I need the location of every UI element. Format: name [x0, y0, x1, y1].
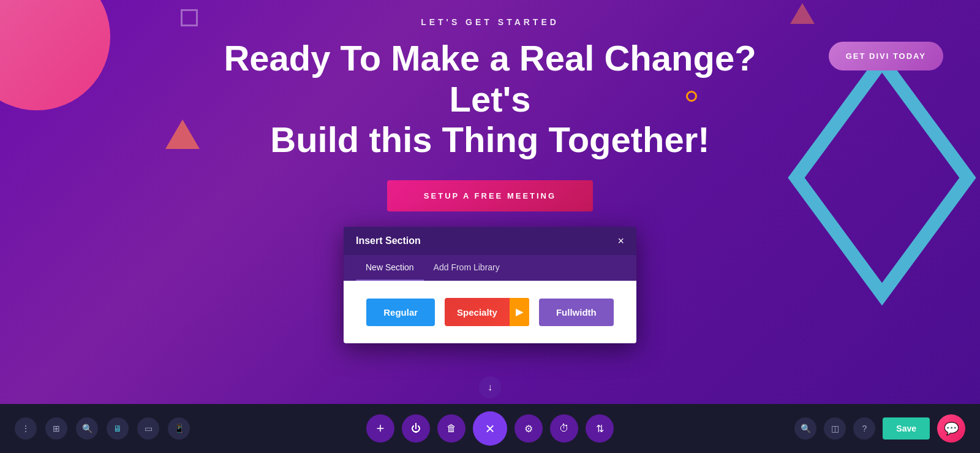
desktop-icon-button[interactable]: 🖥: [107, 417, 129, 440]
toolbar-right: 🔍 ◫ ? Save 💬: [794, 414, 965, 443]
modal-title: Insert Section: [356, 235, 421, 246]
cta-button[interactable]: SETUP A FREE MEETING: [387, 180, 593, 211]
layout-button[interactable]: ⇅: [586, 414, 614, 443]
grid-icon-button[interactable]: ⊞: [45, 417, 67, 440]
specialty-orange-accent: ▶: [510, 298, 529, 326]
tablet-icon-button[interactable]: ▭: [137, 417, 159, 440]
hero-title: Ready To Make a Real Change? Let's Build…: [214, 38, 766, 161]
menu-icon-button[interactable]: ⋮: [15, 417, 37, 440]
close-button[interactable]: ×: [473, 411, 507, 446]
modal-header: Insert Section ×: [344, 227, 636, 255]
insert-section-modal: Insert Section × New Section Add From Li…: [344, 227, 636, 343]
history-button[interactable]: ⏱: [550, 414, 578, 443]
trash-button[interactable]: 🗑: [437, 414, 466, 443]
tab-add-from-library[interactable]: Add From Library: [424, 255, 510, 281]
modal-close-button[interactable]: ×: [617, 235, 624, 246]
toolbar-left: ⋮ ⊞ 🔍 🖥 ▭ 📱: [15, 417, 190, 440]
main-content: LET'S GET STARTED Ready To Make a Real C…: [0, 0, 980, 404]
search-right-button[interactable]: 🔍: [794, 417, 816, 440]
toolbar-center: + ⏻ 🗑 × ⚙ ⏱ ⇅: [366, 411, 614, 446]
add-section-button[interactable]: +: [366, 414, 394, 443]
section-type-regular[interactable]: Regular: [366, 299, 435, 326]
power-button[interactable]: ⏻: [402, 414, 430, 443]
eyebrow-text: LET'S GET STARTED: [421, 17, 559, 27]
help-button[interactable]: ?: [853, 417, 875, 440]
save-button[interactable]: Save: [883, 417, 930, 440]
modal-body: Regular Specialty ▶ Fullwidth: [344, 281, 636, 343]
layers-button[interactable]: ◫: [824, 417, 846, 440]
settings-button[interactable]: ⚙: [514, 414, 543, 443]
section-type-specialty[interactable]: Specialty ▶: [445, 298, 529, 326]
section-type-fullwidth[interactable]: Fullwidth: [539, 299, 614, 326]
search-icon-button[interactable]: 🔍: [76, 417, 98, 440]
tab-new-section[interactable]: New Section: [356, 255, 424, 281]
bottom-toolbar: ⋮ ⊞ 🔍 🖥 ▭ 📱 + ⏻ 🗑 × ⚙ ⏱ ⇅ 🔍 ◫ ? Save 💬: [0, 404, 980, 453]
modal-tabs: New Section Add From Library: [344, 255, 636, 281]
chat-button[interactable]: 💬: [937, 414, 965, 443]
specialty-label: Specialty: [445, 299, 510, 326]
arrow-connector: ↓: [479, 376, 501, 398]
mobile-icon-button[interactable]: 📱: [168, 417, 190, 440]
